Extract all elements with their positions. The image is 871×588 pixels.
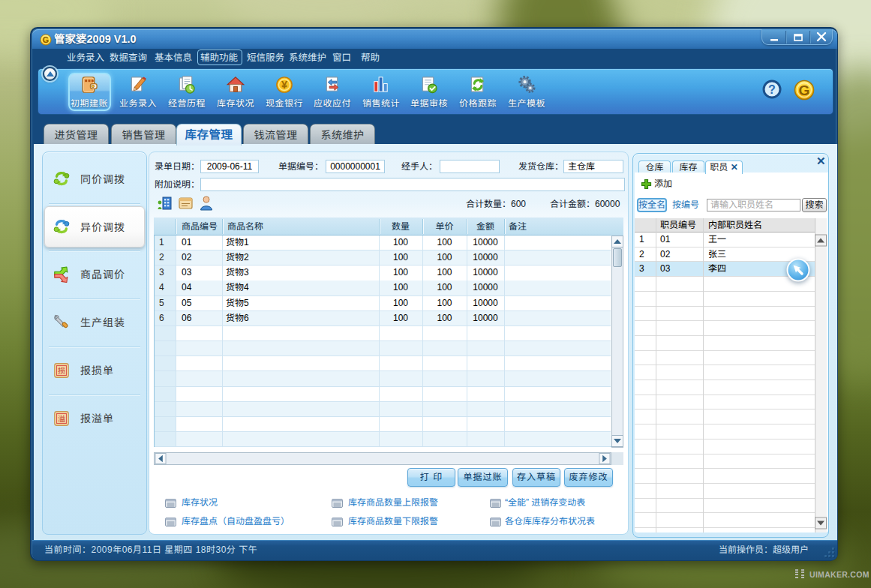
svg-text:¥: ¥ <box>281 79 287 91</box>
svg-text:溢: 溢 <box>58 412 65 424</box>
svg-text:损: 损 <box>58 364 65 376</box>
svg-text:?: ? <box>768 83 776 96</box>
svg-text:G: G <box>43 35 49 44</box>
svg-text:G: G <box>799 82 810 98</box>
